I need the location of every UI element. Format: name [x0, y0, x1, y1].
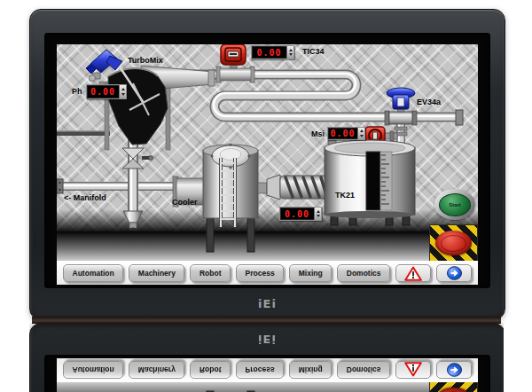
process-graphics — [57, 44, 478, 261]
drain-funnel — [123, 211, 143, 231]
ph-value: 0.00 — [87, 85, 119, 98]
hmi-panel-mirrored: TurboMix TIC34 Ph EV34a Msi <- Manifold … — [29, 323, 504, 392]
msi-display[interactable]: 0.00 — [327, 127, 365, 140]
turbomix-label: TurboMix — [128, 56, 163, 65]
msi-spinner[interactable] — [357, 128, 364, 139]
emergency-stop-ring — [441, 235, 466, 252]
nav-button-robot: Robot — [190, 361, 231, 379]
warning-triangle-icon — [404, 363, 422, 378]
emergency-stop-button — [435, 388, 472, 392]
nav-button-automation: Automation — [63, 361, 123, 379]
platform — [57, 130, 110, 136]
tic34-spinner[interactable] — [286, 46, 293, 59]
turbomix-hopper — [108, 66, 168, 145]
cooler-outlet-spinner[interactable] — [314, 208, 321, 220]
nav-button-process[interactable]: Process — [236, 264, 284, 282]
nav-button-automation[interactable]: Automation — [63, 264, 123, 282]
ev34a-label: EV34a — [417, 98, 441, 106]
hmi-panel: TurboMix TIC34 Ph EV34a Msi <- Manifold … — [29, 9, 505, 320]
blue-arrow-icon — [447, 363, 462, 377]
emergency-stop-panel — [429, 381, 478, 392]
cooler-label: Cooler — [172, 198, 198, 207]
nav-button-machinery[interactable]: Machinery — [129, 264, 184, 282]
nav-button-robot[interactable]: Robot — [190, 264, 231, 282]
product-photo-stage: TurboMix TIC34 Ph EV34a Msi <- Manifold … — [0, 0, 532, 392]
nav-button-mixing[interactable]: Mixing — [289, 264, 332, 282]
tic34-label: TIC34 — [302, 47, 325, 56]
brand-logo: iEi — [30, 297, 505, 310]
warning-triangle-icon — [404, 266, 422, 281]
screen-frame: TurboMix TIC34 Ph EV34a Msi <- Manifold … — [44, 355, 490, 392]
forward-button — [436, 361, 472, 379]
forward-button[interactable] — [436, 264, 472, 282]
ph-spinner[interactable] — [119, 85, 126, 98]
msi-label: Msi — [311, 129, 325, 138]
cooler-outlet-display[interactable]: 0.00 — [279, 207, 322, 221]
start-button[interactable]: Start — [434, 189, 475, 220]
manifold-pipe — [57, 179, 181, 193]
ph-display[interactable]: 0.00 — [86, 84, 127, 99]
nav-button-machinery: Machinery — [129, 361, 184, 379]
blue-arrow-icon — [447, 266, 462, 280]
hmi-screen: TurboMix TIC34 Ph EV34a Msi <- Manifold … — [57, 44, 478, 285]
start-button-face: Start — [439, 193, 471, 216]
tic34-value: 0.00 — [252, 46, 286, 59]
emergency-stop-panel[interactable] — [429, 224, 478, 262]
tank-level-gauge — [366, 152, 392, 210]
manifold-label: <- Manifold — [64, 193, 106, 202]
ev34a-valve[interactable] — [385, 88, 417, 125]
emergency-stop-button[interactable] — [435, 231, 472, 255]
screen-frame: TurboMix TIC34 Ph EV34a Msi <- Manifold … — [44, 33, 490, 288]
nav-button-strip: Automation Machinery Robot Process Mixin… — [57, 358, 478, 382]
brand-logo: iEi — [30, 333, 504, 346]
tank-tk21 — [325, 140, 415, 225]
tic34-transmitter[interactable] — [216, 44, 254, 82]
start-label: Start — [449, 202, 461, 208]
hmi-screen: TurboMix TIC34 Ph EV34a Msi <- Manifold … — [57, 358, 478, 392]
tank-label: TK21 — [335, 191, 355, 200]
nav-button-domotics[interactable]: Domotics — [337, 264, 390, 282]
tic34-display[interactable]: 0.00 — [251, 45, 294, 59]
msi-value: 0.00 — [328, 128, 357, 139]
alarm-warning-button[interactable] — [395, 264, 431, 282]
cooler-outlet-value: 0.00 — [280, 208, 314, 220]
nav-button-mixing: Mixing — [289, 361, 332, 379]
ph-label: Ph — [72, 87, 82, 96]
process-graphics — [57, 382, 478, 392]
nav-button-process: Process — [236, 361, 284, 379]
nav-button-domotics: Domotics — [337, 361, 390, 379]
nav-button-strip: Automation Machinery Robot Process Mixin… — [57, 261, 478, 285]
hmi-panel-reflection: TurboMix TIC34 Ph EV34a Msi <- Manifold … — [29, 323, 504, 392]
alarm-warning-button — [395, 361, 431, 379]
